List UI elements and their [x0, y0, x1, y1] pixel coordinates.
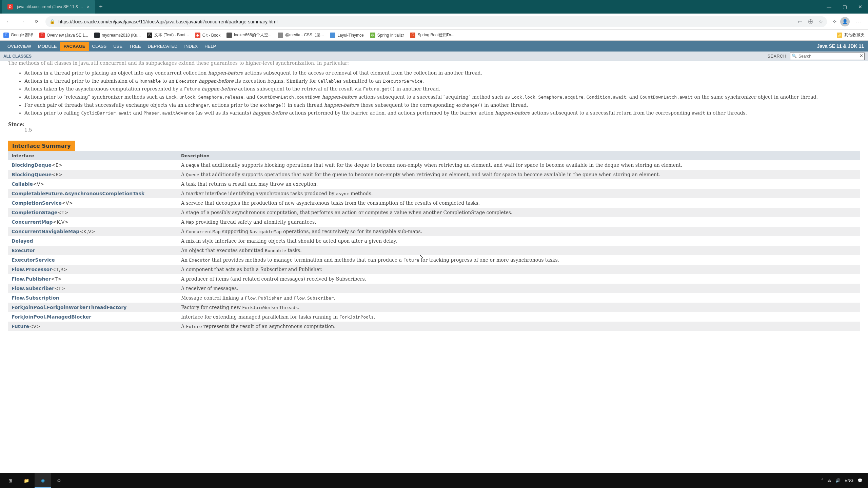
bookmark-favicon-icon: ◆: [195, 33, 200, 38]
nav-overview[interactable]: OVERVIEW: [4, 42, 35, 51]
edge-browser-button[interactable]: ◉: [35, 473, 51, 488]
nav-deprecated[interactable]: DEPRECATED: [144, 42, 181, 51]
interface-link[interactable]: ConcurrentMap: [12, 219, 53, 225]
interface-link[interactable]: Delayed: [12, 238, 33, 244]
bookmark-item[interactable]: looker666的个人空...: [226, 32, 272, 38]
bookmark-item[interactable]: CSpring Boot使用Dr...: [410, 32, 454, 38]
interface-description: A stage of a possibly asynchronous compu…: [178, 208, 860, 217]
interface-link[interactable]: CompletionStage: [12, 210, 58, 215]
interface-description: A task that returns a result and may thr…: [178, 179, 860, 189]
list-item: Actions in a thread prior to the submiss…: [24, 78, 860, 85]
tab-close-icon[interactable]: ×: [87, 4, 90, 9]
language-indicator[interactable]: ENG: [845, 478, 853, 483]
list-item: Actions in a thread prior to placing an …: [24, 69, 860, 77]
table-row: ExecutorServiceAn Executor that provides…: [8, 255, 860, 265]
network-icon[interactable]: 🖧: [827, 478, 831, 483]
person-icon: 👤: [842, 19, 848, 24]
interface-link[interactable]: ExecutorService: [12, 257, 55, 263]
bookmark-label: looker666的个人空...: [234, 32, 272, 38]
interface-link[interactable]: BlockingQueue: [12, 172, 52, 177]
tray-chevron-icon[interactable]: ˄: [821, 478, 823, 483]
table-row: ConcurrentNavigableMap<K,V>A ConcurrentM…: [8, 227, 860, 236]
reader-mode-icon[interactable]: ▭: [798, 19, 803, 25]
window-close-button[interactable]: ✕: [852, 0, 868, 14]
favorite-star-icon[interactable]: ☆: [818, 19, 823, 25]
window-minimize-button[interactable]: ―: [821, 0, 837, 14]
bookmark-item[interactable]: @media - CSS（层...: [278, 32, 324, 38]
table-row: CompletableFuture.AsynchronousCompletion…: [8, 189, 860, 198]
interface-description: An object that executes submitted Runnab…: [178, 246, 860, 255]
search-clear-icon[interactable]: ✕: [860, 53, 863, 58]
interface-link[interactable]: Executor: [12, 248, 35, 253]
browser-menu-button[interactable]: ⋯: [853, 18, 865, 25]
interface-link[interactable]: CompletableFuture.AsynchronousCompletion…: [12, 191, 144, 196]
interface-link[interactable]: ConcurrentNavigableMap: [12, 229, 79, 234]
bookmark-item[interactable]: mydreams2018 (Ku...: [94, 33, 141, 38]
bookmark-favicon-icon: [330, 33, 335, 38]
interface-description: An Executor that provides methods to man…: [178, 255, 860, 265]
other-bookmarks-folder[interactable]: 📁 其他收藏夹: [837, 32, 865, 38]
bookmark-label: Git - Book: [202, 33, 220, 38]
interface-link[interactable]: Flow.Subscriber: [12, 286, 54, 291]
edge-icon: ◉: [41, 478, 45, 483]
nav-module[interactable]: MODULE: [35, 42, 60, 51]
bookmark-item[interactable]: ⚙Spring Initializr: [370, 33, 404, 38]
bookmark-item[interactable]: Layui-Tinymce: [330, 33, 364, 38]
interface-description: Interface for extending managed parallel…: [178, 312, 860, 322]
all-classes-link[interactable]: ALL CLASSES: [3, 54, 32, 59]
nav-class[interactable]: CLASS: [89, 42, 110, 51]
settings-button[interactable]: ⚙: [51, 473, 67, 488]
collections-icon[interactable]: ✧: [832, 19, 837, 25]
nav-refresh-button[interactable]: ⟳: [31, 16, 42, 27]
bookmark-favicon-icon: [94, 33, 100, 38]
search-icon: 🔍: [792, 54, 797, 58]
nav-tree[interactable]: TREE: [126, 42, 144, 51]
browser-tab[interactable]: O java.util.concurrent (Java SE 11 & ...…: [2, 0, 95, 14]
search-input[interactable]: [790, 53, 865, 60]
interface-description: A ConcurrentMap supporting NavigableMap …: [178, 227, 860, 236]
windows-taskbar: ⊞ 📁 ◉ ⚙ ˄ 🖧 🔊 ENG 💬: [0, 473, 868, 488]
th-description: Description: [178, 151, 860, 160]
window-maximize-button[interactable]: ▢: [837, 0, 852, 14]
list-item: For each pair of threads that successful…: [24, 102, 860, 109]
translate-icon[interactable]: ㊥: [808, 18, 813, 25]
notifications-icon[interactable]: 💬: [857, 478, 863, 483]
bookmark-item[interactable]: ◆Git - Book: [195, 33, 220, 38]
table-row: BlockingDeque<E>A Deque that additionall…: [8, 160, 860, 170]
interface-link[interactable]: Flow.Subscription: [12, 295, 59, 301]
nav-back-button[interactable]: ←: [3, 16, 14, 27]
table-row: ForkJoinPool.ManagedBlockerInterface for…: [8, 312, 860, 322]
interface-link[interactable]: Flow.Processor: [12, 267, 52, 272]
interface-link[interactable]: Callable: [12, 181, 33, 187]
interface-description: A component that acts as both a Subscrib…: [178, 265, 860, 274]
tab-title: java.util.concurrent (Java SE 11 & ...: [17, 4, 83, 9]
nav-index[interactable]: INDEX: [181, 42, 201, 51]
interface-description: A Future represents the result of an asy…: [178, 322, 860, 331]
interface-link[interactable]: ForkJoinPool.ManagedBlocker: [12, 314, 91, 320]
interface-link[interactable]: CompletionService: [12, 200, 62, 206]
bookmark-item[interactable]: OOverview (Java SE 1...: [39, 33, 88, 38]
nav-help[interactable]: HELP: [201, 42, 219, 51]
interface-link[interactable]: Flow.Publisher: [12, 276, 51, 282]
interface-link[interactable]: ForkJoinPool.ForkJoinWorkerThreadFactory: [12, 305, 126, 310]
profile-avatar[interactable]: 👤: [840, 17, 850, 26]
nav-forward-button[interactable]: →: [17, 16, 28, 27]
table-row: Flow.Subscriber<T>A receiver of messages…: [8, 284, 860, 293]
bookmark-favicon-icon: O: [39, 33, 45, 38]
interface-link[interactable]: Future: [12, 324, 29, 329]
bookmark-item[interactable]: B文本 (Text) · Boot...: [147, 32, 189, 38]
url-box[interactable]: 🔒 https://docs.oracle.com/en/java/javase…: [45, 16, 827, 27]
bookmark-label: Layui-Tinymce: [337, 33, 364, 38]
nav-package[interactable]: PACKAGE: [60, 42, 88, 51]
bookmark-favicon-icon: C: [410, 33, 415, 38]
interface-description: A Queue that additionally supports opera…: [178, 170, 860, 179]
volume-icon[interactable]: 🔊: [835, 478, 841, 483]
bookmark-item[interactable]: GGoogle 翻译: [3, 32, 33, 38]
start-button[interactable]: ⊞: [2, 473, 18, 488]
bookmark-favicon-icon: ⚙: [370, 33, 375, 38]
new-tab-button[interactable]: +: [99, 3, 103, 11]
list-item: Actions prior to calling CyclicBarrier.a…: [24, 109, 860, 117]
interface-link[interactable]: BlockingDeque: [12, 162, 52, 168]
nav-use[interactable]: USE: [110, 42, 126, 51]
file-explorer-button[interactable]: 📁: [18, 473, 35, 488]
